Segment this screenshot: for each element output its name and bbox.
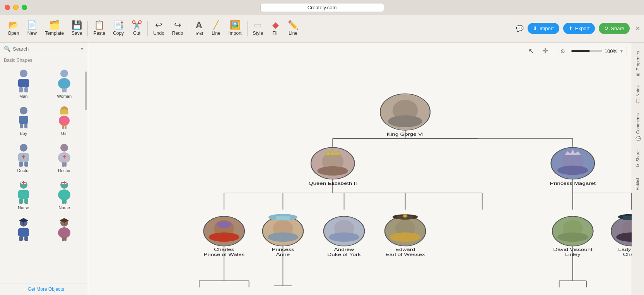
woman-label: Woman bbox=[57, 94, 72, 99]
copy-label: Copy bbox=[113, 31, 124, 36]
fill-icon: ◆ bbox=[272, 21, 279, 29]
open-button[interactable]: 📂 Open bbox=[4, 19, 23, 38]
properties-icon: ⊞ bbox=[635, 73, 640, 76]
close-button[interactable]: ✕ bbox=[635, 25, 640, 32]
edward-label2: Earl of Wessex bbox=[386, 252, 425, 257]
title-bar: Creately.com bbox=[0, 0, 644, 15]
import-tool-icon: 🖼️ bbox=[230, 21, 240, 29]
text-label: Text bbox=[195, 31, 203, 36]
undo-button[interactable]: ↩ Undo bbox=[149, 19, 168, 38]
comments-tab[interactable]: 💬 Comments bbox=[633, 109, 644, 146]
close-traffic-light[interactable] bbox=[5, 5, 10, 10]
zoom-dropdown-icon[interactable]: ▼ bbox=[620, 49, 624, 53]
svg-rect-91 bbox=[276, 216, 290, 220]
svg-rect-15 bbox=[65, 125, 67, 129]
notes-icon: 📋 bbox=[635, 99, 640, 104]
import-tool-button[interactable]: 🖼️ Import bbox=[225, 19, 246, 38]
shape-item-man[interactable]: Man bbox=[4, 66, 43, 102]
cut-button[interactable]: ✂️ Cut bbox=[128, 19, 146, 38]
notes-tab[interactable]: 📋 Notes bbox=[633, 81, 644, 109]
import-arrow-icon: ⬇ bbox=[533, 26, 537, 31]
svg-rect-45 bbox=[18, 228, 29, 237]
svg-rect-53 bbox=[64, 237, 67, 241]
shape-item-grad-f[interactable] bbox=[45, 215, 84, 246]
king-label: King Gorge VI bbox=[387, 132, 424, 137]
new-button[interactable]: 📄 New bbox=[23, 19, 41, 38]
man-figure bbox=[12, 69, 35, 92]
maximize-traffic-light[interactable] bbox=[22, 5, 27, 10]
line-button[interactable]: ╱ Line bbox=[208, 19, 225, 38]
svg-rect-41 bbox=[64, 200, 67, 204]
edward-label: Edward bbox=[395, 247, 415, 252]
line-label: Line bbox=[212, 31, 220, 36]
minimize-traffic-light[interactable] bbox=[13, 5, 19, 10]
url-bar[interactable]: Creately.com bbox=[260, 3, 384, 12]
toolbar-separator-3 bbox=[189, 21, 189, 36]
toolbar-separator-2 bbox=[147, 21, 148, 36]
text-icon: A bbox=[196, 20, 202, 30]
shape-item-doctor-f[interactable]: Doctor bbox=[45, 140, 84, 176]
svg-rect-108 bbox=[623, 216, 632, 220]
canvas-toolbar: ↖ ✛ ⊙ 100% ▼ bbox=[526, 46, 627, 56]
new-icon: 📄 bbox=[27, 21, 37, 29]
comments-label: Comments bbox=[635, 113, 640, 134]
doctor-m-label: Doctor bbox=[17, 168, 30, 173]
svg-point-22 bbox=[60, 144, 68, 152]
paste-button[interactable]: 📋 Paste bbox=[89, 19, 109, 38]
right-panel: ⊞ Properties 📋 Notes 💬 Comments ↻ Share … bbox=[632, 43, 644, 295]
zoom-center-icon: ⊙ bbox=[557, 46, 568, 56]
girl-label: Girl bbox=[61, 131, 68, 136]
chat-icon[interactable]: 💬 bbox=[516, 25, 524, 32]
line2-button[interactable]: ✏️ Line bbox=[284, 19, 302, 38]
queen-label: Queen Elizabeth II bbox=[309, 181, 357, 186]
canvas-tool-sep2 bbox=[627, 47, 627, 55]
shape-item-girl[interactable]: Girl bbox=[45, 103, 84, 139]
search-icon: 🔍 bbox=[4, 46, 10, 52]
andrew-label2: Duke of York bbox=[327, 252, 361, 257]
style-button[interactable]: ▭ Style bbox=[249, 19, 267, 38]
line-icon: ╱ bbox=[214, 21, 219, 29]
shape-item-woman[interactable]: Woman bbox=[45, 66, 84, 102]
toolbar-separator-1 bbox=[87, 21, 88, 36]
margaret-label: Princess Magaret bbox=[550, 181, 596, 186]
share-button[interactable]: ↻ Share bbox=[599, 23, 630, 34]
svg-point-103 bbox=[557, 232, 588, 242]
import-button[interactable]: ⬇ Import bbox=[528, 23, 559, 34]
zoom-slider[interactable] bbox=[571, 50, 602, 52]
redo-button[interactable]: ↪ Redo bbox=[168, 19, 187, 38]
zoom-control: 100% ▼ bbox=[571, 48, 624, 54]
shape-item-boy[interactable]: Boy bbox=[4, 103, 43, 139]
fill-button[interactable]: ◆ Fill bbox=[267, 19, 284, 38]
shape-item-nurse-m[interactable]: Nurse bbox=[4, 177, 43, 213]
zoom-level: 100% bbox=[605, 48, 617, 54]
copy-button[interactable]: 📑 Copy bbox=[109, 19, 128, 38]
svg-rect-11 bbox=[24, 124, 27, 128]
svg-rect-46 bbox=[19, 237, 23, 241]
shape-item-doctor-m[interactable]: Doctor bbox=[4, 140, 43, 176]
publish-tab[interactable]: ↑ Publish bbox=[633, 172, 643, 200]
text-button[interactable]: A Text bbox=[191, 18, 208, 39]
get-more-objects[interactable]: + Get More Objects bbox=[0, 283, 88, 295]
shape-item-grad-m[interactable] bbox=[4, 215, 43, 246]
properties-tab[interactable]: ⊞ Properties bbox=[633, 46, 644, 81]
svg-point-94 bbox=[329, 232, 360, 242]
search-expand-icon[interactable]: ▼ bbox=[80, 47, 84, 51]
save-button[interactable]: 💾 Save bbox=[68, 19, 86, 38]
scroll-indicator[interactable] bbox=[85, 72, 87, 110]
pan-tool[interactable]: ✛ bbox=[540, 46, 551, 56]
fill-label: Fill bbox=[273, 31, 278, 36]
share-tab[interactable]: ↻ Share bbox=[633, 146, 644, 172]
open-label: Open bbox=[8, 31, 19, 36]
notes-label: Notes bbox=[635, 85, 640, 97]
redo-label: Redo bbox=[172, 31, 183, 36]
export-button[interactable]: ⬆ Export bbox=[563, 23, 595, 34]
search-input[interactable] bbox=[13, 46, 78, 52]
canvas-area[interactable]: ↖ ✛ ⊙ 100% ▼ bbox=[88, 43, 632, 295]
template-label: Template bbox=[45, 31, 64, 36]
select-tool[interactable]: ↖ bbox=[526, 46, 537, 56]
shape-item-nurse-f[interactable]: Nurse bbox=[45, 177, 84, 213]
publish-icon: ↑ bbox=[635, 193, 640, 196]
toolbar-separator-4 bbox=[247, 21, 248, 36]
template-button[interactable]: 🗂️ Template bbox=[41, 19, 68, 38]
svg-point-97 bbox=[390, 232, 421, 242]
